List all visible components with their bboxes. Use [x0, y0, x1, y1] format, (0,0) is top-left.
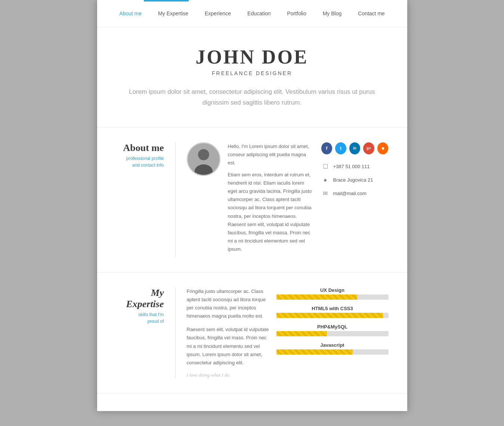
about-section: About me professional profileand contact…	[97, 127, 407, 272]
skill-php: PHP&MySQL	[276, 324, 389, 336]
nav-link-education[interactable]: Education	[239, 0, 279, 27]
expertise-quote: I love doing what I do.	[187, 372, 269, 378]
skill-ux-design: UX Design	[276, 287, 389, 300]
skill-html5-fill	[276, 313, 383, 318]
skill-js-bar	[276, 349, 389, 355]
about-text: Hello, I'm Lorem ipsum dolor sit amet, c…	[228, 142, 314, 257]
skill-html5: HTML5 with CSS3	[276, 306, 389, 318]
nav-item-contact[interactable]: Contact me	[350, 0, 393, 27]
location-icon: ●	[321, 176, 330, 184]
skill-php-bar	[276, 331, 389, 336]
expertise-label-col: My Expertise skills that I'mproud of	[116, 287, 176, 378]
about-label-col: About me professional profileand contact…	[116, 142, 176, 257]
skill-php-fill	[276, 331, 327, 336]
about-title: About me	[116, 142, 164, 154]
social-icons: f t in g+ ◆	[321, 142, 389, 154]
expertise-content-col: Fringilla justo ullamcorper ac. Class ap…	[176, 287, 269, 378]
skill-ux-bar	[276, 294, 389, 300]
nav-link-expertise[interactable]: My Expertise	[150, 0, 197, 27]
skills-panel: UX Design HTML5 with CSS3 PHP&MySQL	[269, 287, 389, 378]
rss-icon[interactable]: ◆	[377, 142, 389, 154]
hero-name: JOHN DOE	[120, 46, 385, 68]
nav-item-about[interactable]: About me	[111, 0, 150, 27]
hero-title: FREELANCE DESIGNER	[120, 70, 385, 76]
googleplus-icon[interactable]: g+	[363, 142, 374, 154]
about-contact-col: f t in g+ ◆ ☐ +387 51 000 111 ● Brace Ju…	[314, 142, 389, 257]
expertise-section: My Expertise skills that I'mproud of Fri…	[97, 272, 407, 393]
skill-js: Javascript	[276, 342, 389, 355]
twitter-icon[interactable]: t	[335, 142, 346, 154]
skill-js-fill	[276, 349, 353, 355]
nav-item-expertise[interactable]: My Expertise	[150, 0, 197, 27]
address-text: Brace Jugovica 21	[333, 177, 373, 183]
expertise-subtitle: skills that I'mproud of	[116, 311, 164, 325]
skill-html5-name: HTML5 with CSS3	[276, 306, 389, 311]
address-row: ● Brace Jugovica 21	[321, 176, 389, 184]
hero-section: JOHN DOE FREELANCE DESIGNER Lorem ipsum …	[97, 27, 407, 127]
skill-ux-name: UX Design	[276, 287, 389, 293]
svg-point-1	[198, 149, 209, 160]
avatar-wrap	[187, 142, 220, 257]
facebook-icon[interactable]: f	[321, 142, 333, 154]
nav-item-blog[interactable]: My Blog	[315, 0, 350, 27]
nav-item-education[interactable]: Education	[239, 0, 279, 27]
phone-number: +387 51 000 111	[333, 164, 370, 169]
skill-html5-bar	[276, 313, 389, 318]
nav-link-about[interactable]: About me	[111, 0, 150, 27]
avatar	[187, 142, 220, 176]
about-layout: About me professional profileand contact…	[116, 142, 389, 257]
page-wrapper: About me My Expertise Experience Educati…	[97, 0, 407, 411]
expertise-title: My Expertise	[116, 287, 164, 310]
expertise-text1: Fringilla justo ullamcorper ac. Class ap…	[187, 287, 269, 320]
expertise-layout: My Expertise skills that I'mproud of Fri…	[116, 287, 389, 378]
email-icon: ✉	[321, 189, 330, 198]
skill-ux-fill	[276, 294, 357, 300]
nav-link-portfolio[interactable]: Portfolio	[279, 0, 314, 27]
linkedin-icon[interactable]: in	[349, 142, 361, 154]
expertise-text2: Raesent sem elit, volutpat id vulputate …	[187, 325, 269, 367]
nav-link-experience[interactable]: Experience	[197, 0, 239, 27]
phone-icon: ☐	[321, 163, 330, 171]
about-intro: Hello, I'm Lorem ipsum dolor sit amet, c…	[228, 142, 314, 167]
skill-js-name: Javascript	[276, 342, 389, 348]
about-body: Etiam sem eros, interdum at rutrum et, h…	[228, 171, 314, 253]
skill-php-name: PHP&MySQL	[276, 324, 389, 330]
contact-info: ☐ +387 51 000 111 ● Brace Jugovica 21 ✉ …	[321, 163, 389, 198]
nav-link-blog[interactable]: My Blog	[315, 0, 350, 27]
about-subtitle: professional profileand contact info	[116, 155, 164, 169]
nav-item-portfolio[interactable]: Portfolio	[279, 0, 314, 27]
hero-description: Lorem ipsum dolor sit amet, consectetur …	[129, 87, 375, 108]
nav-list: About me My Expertise Experience Educati…	[97, 0, 407, 27]
nav-link-contact[interactable]: Contact me	[350, 0, 393, 27]
navigation: About me My Expertise Experience Educati…	[97, 0, 407, 27]
phone-row: ☐ +387 51 000 111	[321, 163, 389, 171]
nav-item-experience[interactable]: Experience	[197, 0, 239, 27]
about-content-col: Hello, I'm Lorem ipsum dolor sit amet, c…	[176, 142, 314, 257]
email-text: mail@mail.com	[333, 191, 367, 196]
email-row: ✉ mail@mail.com	[321, 189, 389, 198]
